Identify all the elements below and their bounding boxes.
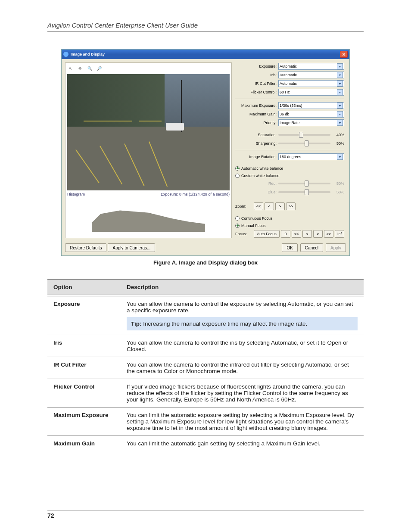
ok-button[interactable]: OK <box>282 243 297 252</box>
opt-cell: Flicker Control <box>47 379 121 408</box>
pan-icon[interactable]: ✥ <box>77 65 84 72</box>
iris-label: Iris: <box>235 73 277 77</box>
continuous-focus-radio[interactable]: Continuous Focus <box>235 215 344 221</box>
settings-panel: Exposure: Automatic▾ Iris: Automatic▾ IR… <box>235 62 346 238</box>
dialog-icon <box>63 52 68 57</box>
focus-far-fast-button[interactable]: >> <box>324 230 333 238</box>
opt-cell: Maximum Exposure <box>47 408 121 436</box>
table-header-row: Option Description <box>47 279 364 296</box>
blue-label: Blue: <box>235 190 277 194</box>
opt-cell: Maximum Gain <box>47 436 121 451</box>
radio-icon <box>235 216 240 221</box>
focus-near-button[interactable]: < <box>302 230 312 238</box>
chevron-down-icon: ▾ <box>337 103 343 109</box>
focus-near-limit-button[interactable]: 0 <box>281 230 290 238</box>
continuous-focus-label: Continuous Focus <box>241 216 273 221</box>
video-preview <box>67 74 230 190</box>
wb-custom-label: Custom white balance <box>241 174 280 178</box>
saturation-slider[interactable] <box>278 134 330 136</box>
desc-cell: If your video image flickers because of … <box>121 379 364 408</box>
preview-panel: ↖ ✥ 🔍 🔎 <box>65 62 232 238</box>
cancel-button[interactable]: Cancel <box>300 243 323 252</box>
zoom-in-button[interactable]: > <box>275 202 285 210</box>
flicker-label: Flicker Control: <box>235 90 277 94</box>
rotation-select[interactable]: 180 degrees▾ <box>278 153 344 160</box>
table-row: IR Cut Filter You can allow the camera t… <box>47 357 364 379</box>
histogram <box>67 197 230 232</box>
priority-select[interactable]: Image Rate▾ <box>278 119 344 126</box>
figure-caption: Figure A. Image and Display dialog box <box>153 259 258 266</box>
auto-focus-button[interactable]: Auto Focus <box>254 230 280 238</box>
desc-cell: You can allow the camera to control the … <box>121 335 364 357</box>
radio-icon <box>235 174 240 178</box>
iris-select[interactable]: Automatic▾ <box>278 72 344 78</box>
zoom-label: Zoom: <box>235 204 252 208</box>
sharpening-value: 50% <box>332 141 344 146</box>
chevron-down-icon: ▾ <box>337 81 343 87</box>
zoom-out-button[interactable]: < <box>265 202 274 210</box>
desc-cell: You can allow the camera to control the … <box>121 296 364 335</box>
table-row: Maximum Gain You can limit the automatic… <box>47 436 364 451</box>
manual-focus-label: Manual Focus <box>241 224 266 228</box>
wb-custom-radio[interactable]: Custom white balance <box>235 172 344 179</box>
chevron-down-icon: ▾ <box>337 120 343 126</box>
blue-slider <box>278 191 330 193</box>
manual-focus-radio[interactable]: Manual Focus <box>235 222 344 229</box>
rotation-label: Image Rotation: <box>235 155 277 159</box>
tip-label: Tip: <box>131 320 142 327</box>
sharpening-label: Sharpening: <box>235 141 277 146</box>
maxgain-label: Maximum Gain: <box>235 112 277 116</box>
ircut-select[interactable]: Automatic▾ <box>278 80 344 87</box>
exposure-readout: Exposure: 8 ms (1/124.429 of a second) <box>161 192 230 196</box>
focus-near-fast-button[interactable]: << <box>292 230 301 238</box>
dialog-title: Image and Display <box>71 52 105 56</box>
opt-cell: IR Cut Filter <box>47 357 121 379</box>
zoom-in-fast-button[interactable]: >> <box>286 202 296 210</box>
saturation-label: Saturation: <box>235 133 277 137</box>
zoom-out-fast-button[interactable]: << <box>254 202 263 210</box>
th-option: Option <box>47 279 121 296</box>
maxexp-select[interactable]: 1/30s (33ms)▾ <box>278 102 344 109</box>
chevron-down-icon: ▾ <box>337 72 343 78</box>
desc-cell: You can allow the camera to control the … <box>121 357 364 379</box>
chevron-down-icon: ▾ <box>337 63 343 69</box>
opt-cell: Exposure <box>47 296 121 335</box>
priority-label: Priority: <box>235 121 277 125</box>
opt-cell: Iris <box>47 335 121 357</box>
maxgain-select[interactable]: 36 db▾ <box>278 111 344 118</box>
focus-far-button[interactable]: > <box>313 230 323 238</box>
flicker-select[interactable]: 60 Hz▾ <box>278 89 344 96</box>
image-display-dialog: Image and Display ✕ ↖ ✥ 🔍 🔎 <box>61 49 350 256</box>
red-value: 50% <box>332 181 344 186</box>
radio-icon <box>235 166 240 171</box>
zoom-in-icon[interactable]: 🔍 <box>86 65 93 72</box>
zoom-out-icon[interactable]: 🔎 <box>96 65 103 72</box>
wb-auto-label: Automatic white balance <box>241 166 283 171</box>
table-row: Flicker Control If your video image flic… <box>47 379 364 408</box>
desc-cell: You can limit the automatic exposure set… <box>121 408 364 436</box>
close-icon[interactable]: ✕ <box>340 51 348 58</box>
chevron-down-icon: ▾ <box>337 89 343 95</box>
tip-text: Increasing the manual exposure time may … <box>143 320 307 327</box>
tip-block: Tip: Increasing the manual exposure time… <box>127 317 358 330</box>
focus-inf-button[interactable]: Inf <box>335 230 344 238</box>
options-table: Option Description Exposure You can allo… <box>47 279 364 451</box>
page-number: 72 <box>47 510 364 519</box>
wb-auto-radio[interactable]: Automatic white balance <box>235 165 344 171</box>
radio-icon <box>235 224 240 228</box>
page-header: Avigilon Control Center Enterprise Clien… <box>47 22 364 32</box>
maxexp-label: Maximum Exposure: <box>235 103 277 108</box>
sharpening-slider[interactable] <box>278 143 330 144</box>
pointer-icon[interactable]: ↖ <box>67 65 74 72</box>
restore-defaults-button[interactable]: Restore Defaults <box>65 243 106 252</box>
desc-cell: You can limit the automatic gain setting… <box>121 436 364 451</box>
chevron-down-icon: ▾ <box>337 111 343 117</box>
chevron-down-icon: ▾ <box>337 154 343 160</box>
exposure-select[interactable]: Automatic▾ <box>278 63 344 70</box>
table-row: Exposure You can allow the camera to con… <box>47 296 364 335</box>
apply-to-cameras-button[interactable]: Apply to Cameras... <box>108 243 155 252</box>
ircut-label: IR Cut Filter: <box>235 81 277 86</box>
apply-button[interactable]: Apply <box>326 243 346 252</box>
histogram-label: Histogram <box>67 192 85 196</box>
focus-label: Focus: <box>235 232 252 236</box>
